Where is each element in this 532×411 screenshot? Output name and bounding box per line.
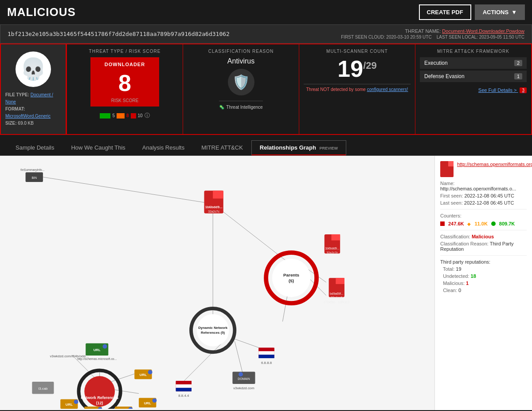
svg-text:Dynamic Network: Dynamic Network — [198, 326, 228, 330]
svg-rect-70 — [176, 388, 192, 391]
actions-button[interactable]: ACTIONS ▼ — [475, 4, 525, 20]
sidebar-divider-3 — [440, 255, 527, 256]
threat-info: THREAT NAME: Document-Word.Downloader.Po… — [341, 28, 524, 40]
file-icon-section: 💀 FILE TYPE: Document / None FORMAT: Mic… — [1, 44, 66, 134]
svg-point-45 — [148, 370, 153, 375]
svg-text:Parents: Parents — [283, 273, 300, 277]
svg-text:t\nSummaryInfo...: t\nSummaryInfo... — [20, 168, 44, 172]
svg-text:URL: URL — [140, 373, 147, 377]
svg-rect-31 — [331, 234, 340, 241]
svg-rect-35 — [336, 278, 344, 284]
tab-relationships-graph[interactable]: Relationships Graph PREVIEW — [251, 140, 346, 155]
mitre-section: Execution 2 Defense Evasion 1 See Full D… — [420, 57, 527, 93]
sidebar-name-field: Name: http://schemas.openxmlformats.o... — [440, 181, 527, 191]
sidebar-total-field: Total: 19 — [440, 266, 527, 272]
svg-text:Network References: Network References — [81, 395, 118, 400]
see-full-details[interactable]: See Full Details > 3 — [420, 87, 527, 93]
sidebar-last-seen-field: Last seen: 2022-12-08 06:45 UTC — [440, 200, 527, 206]
threat-name-label: THREAT NAME: — [405, 28, 441, 34]
mitre-row-defense: Defense Evasion 1 — [420, 71, 527, 82]
top-actions: CREATE PDF ACTIONS ▼ — [419, 4, 525, 20]
svg-point-73 — [239, 372, 243, 376]
sidebar-url-link[interactable]: http://schemas.openxmlformats.org/drawin… — [457, 161, 532, 168]
tab-sample-details[interactable]: Sample Details — [7, 140, 63, 155]
shield-icon: 🛡️ — [232, 74, 250, 91]
multi-scanner-col: MULTI-SCANNER COUNT 19/29 Threat NOT det… — [299, 44, 415, 134]
create-pdf-button[interactable]: CREATE PDF — [419, 4, 471, 20]
sidebar-counters-label: Counters: — [440, 213, 527, 218]
file-meta: FILE TYPE: Document / None FORMAT: Micro… — [5, 91, 61, 127]
classification-section: Antivirus 🛡️ 🦠 Threat Intelligence — [188, 57, 294, 110]
svg-text:v3wkdzd.com/f64b/odd...: v3wkdzd.com/f64b/odd... — [50, 354, 88, 358]
counter-green-dot — [491, 221, 496, 226]
sidebar-undetected-field: Undetected: 18 — [440, 273, 527, 279]
tab-analysis-results[interactable]: Analysis Results — [134, 140, 193, 155]
tab-mitre-attack[interactable]: MITRE ATT&CK — [193, 140, 251, 155]
mitre-label-execution: Execution — [424, 60, 448, 66]
svg-text:BIN: BIN — [32, 176, 37, 179]
counters-row: 247.6K ◆ 11.0K 809.7K — [440, 221, 527, 226]
sidebar-third-party-label: Third party reputations: — [440, 259, 527, 265]
risk-bar: 5 8 10 ⓘ — [100, 112, 149, 119]
svg-text:1b6bdd9...: 1b6bdd9... — [325, 247, 340, 250]
svg-text:32a2c7c: 32a2c7c — [326, 251, 338, 254]
risk-info-icon[interactable]: ⓘ — [145, 112, 150, 119]
top-bar: MALICIOUS CREATE PDF ACTIONS ▼ — [0, 0, 532, 24]
mitre-count-defense: 1 — [514, 73, 522, 79]
svg-rect-27 — [213, 191, 223, 199]
mitre-total-badge: 3 — [520, 87, 527, 93]
sidebar-malicious-field: Malicious: 1 — [440, 281, 527, 286]
shield-icon-wrap: 🛡️ — [228, 69, 254, 95]
format-link[interactable]: MicrosoftWord.Generic — [5, 114, 51, 119]
svg-point-48 — [153, 398, 157, 403]
classification-header: CLASSIFICATION REASON — [188, 49, 294, 54]
tab-preview-badge: PREVIEW — [320, 146, 338, 150]
svg-text:URL: URL — [66, 403, 73, 407]
page-title: MALICIOUS — [7, 5, 76, 19]
svg-rect-69 — [176, 384, 192, 388]
skull-icon: 💀 — [20, 57, 47, 82]
counter-red-dot — [440, 221, 445, 226]
tabs-bar: Sample Details How We Caught This Analys… — [0, 135, 532, 156]
svg-text:DOMAIN: DOMAIN — [238, 377, 250, 380]
svg-text:1b6bdd9...: 1b6bdd9... — [205, 205, 223, 209]
svg-text:(12): (12) — [96, 401, 103, 405]
graph-sidebar: http://schemas.openxmlformats.org/drawin… — [434, 156, 532, 410]
hash-bar: 1bf213e2e105a3b31465f54451786f7dd2de8711… — [0, 24, 532, 43]
mitre-label-defense: Defense Evasion — [424, 73, 465, 79]
sidebar-divider-1 — [440, 209, 527, 209]
svg-point-52 — [74, 399, 78, 404]
graph-container: Network References (12) Parents (5) Dyna… — [0, 156, 532, 410]
graph-canvas[interactable]: Network References (12) Parents (5) Dyna… — [0, 156, 434, 410]
svg-text:http://schemas.openxmlforma...: http://schemas.openxmlforma... — [126, 408, 169, 409]
counter-green-value: 809.7K — [499, 221, 515, 226]
chevron-down-icon: ▼ — [511, 9, 517, 16]
risk-score-section: DOWNLOADER 8 RISK SCORE 5 8 10 ⓘ — [71, 57, 178, 119]
configured-scanners-link[interactable]: configured scanners! — [367, 87, 408, 92]
svg-text:09c4ea6: 09c4ea6 — [331, 296, 343, 299]
counter-red-value: 247.6K — [448, 221, 464, 226]
svg-text:References (5): References (5) — [201, 331, 225, 335]
threat-intel-tag: 🦠 Threat Intelligence — [219, 101, 262, 110]
svg-rect-63 — [258, 348, 274, 351]
sidebar-classification-field: Classification: Malicious — [440, 234, 527, 239]
mitre-count-execution: 2 — [514, 60, 522, 66]
sidebar-class-reason-field: Classification Reason: Third Party Reput… — [440, 241, 527, 252]
hash-value[interactable]: 1bf213e2e105a3b31465f54451786f7dd2de8711… — [8, 31, 230, 37]
svg-text:l3.cab: l3.cab — [38, 387, 48, 391]
svg-text:8.8.4.4: 8.8.4.4 — [178, 394, 189, 398]
svg-text:bd9a69f...: bd9a69f... — [330, 292, 344, 295]
mitre-col: MITRE ATT&CK FRAMEWORK Execution 2 Defen… — [415, 44, 531, 134]
scanner-count-section: 19/29 Threat NOT detected by some config… — [304, 57, 411, 92]
malicious-value: 1 — [466, 281, 469, 286]
svg-text:32a2c7c: 32a2c7c — [208, 210, 220, 213]
tab-how-we-caught[interactable]: How We Caught This — [63, 140, 133, 155]
svg-text:v3wkdzd.com: v3wkdzd.com — [233, 386, 254, 390]
graph-svg: Network References (12) Parents (5) Dyna… — [0, 156, 434, 409]
mitre-row-execution: Execution 2 — [420, 57, 527, 69]
risk-score-header: THREAT TYPE / RISK SCORE — [71, 49, 178, 54]
threat-name-link[interactable]: Document-Word.Downloader.Powdow — [442, 28, 524, 34]
threat-intel-icon: 🦠 — [219, 105, 224, 110]
risk-label: RISK SCORE — [101, 98, 149, 103]
svg-text:URL: URL — [144, 401, 151, 405]
